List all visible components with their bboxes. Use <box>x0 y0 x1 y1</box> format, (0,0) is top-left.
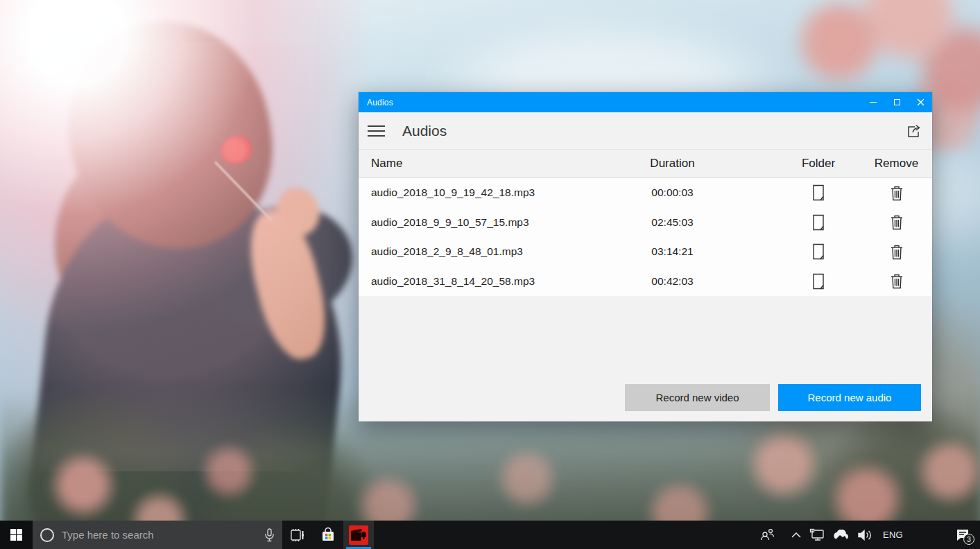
close-icon <box>917 98 925 106</box>
cortana-icon[interactable] <box>40 528 54 542</box>
maximize-button[interactable] <box>885 92 909 112</box>
network-display-icon <box>809 528 825 541</box>
chevron-up-icon <box>791 532 801 538</box>
table-row[interactable]: audio_2018_10_9_19_42_18.mp3 00:00:03 <box>359 178 932 208</box>
notification-badge: 3 <box>963 534 974 545</box>
record-new-audio-button[interactable]: Record new audio <box>778 384 921 411</box>
trash-icon <box>890 185 904 201</box>
record-new-video-button[interactable]: Record new video <box>625 384 770 411</box>
minimize-icon <box>870 102 877 103</box>
remove-button[interactable] <box>870 185 922 201</box>
window-titlebar[interactable]: Audios <box>359 92 932 112</box>
trash-icon <box>890 214 904 230</box>
network-button[interactable] <box>805 521 829 549</box>
audio-duration: 00:00:03 <box>619 186 726 199</box>
people-button[interactable] <box>756 521 779 549</box>
table-row[interactable]: audio_2018_31_8_14_20_58.mp3 00:42:03 <box>359 267 932 297</box>
search-input[interactable]: Type here to search <box>54 529 265 541</box>
remove-button[interactable] <box>870 214 922 230</box>
audio-name: audio_2018_9_9_10_57_15.mp3 <box>359 216 619 229</box>
trash-icon <box>890 273 904 289</box>
remove-button[interactable] <box>870 244 922 260</box>
onedrive-icon <box>833 530 849 540</box>
audio-duration: 00:42:03 <box>619 275 726 288</box>
audio-duration: 03:14:21 <box>619 245 726 258</box>
menu-icon <box>368 125 385 127</box>
open-folder-button[interactable] <box>766 184 870 201</box>
onedrive-button[interactable] <box>829 521 853 549</box>
people-icon <box>760 528 775 541</box>
taskbar: Type here to search <box>0 521 980 549</box>
woman-figure <box>28 0 388 549</box>
audio-name: audio_2018_31_8_14_20_58.mp3 <box>359 275 619 288</box>
column-header-duration: Duration <box>619 157 726 171</box>
document-icon <box>811 273 825 290</box>
microphone-icon <box>265 528 274 542</box>
window-footer: Record new video Record new audio <box>359 296 932 421</box>
minimize-button[interactable] <box>861 92 885 112</box>
store-button[interactable] <box>313 521 343 549</box>
table-header: Name Duration Folder Remove <box>359 149 932 178</box>
open-folder-button[interactable] <box>766 243 870 260</box>
column-header-name: Name <box>359 157 619 171</box>
volume-button[interactable] <box>853 521 877 549</box>
audio-name: audio_2018_2_9_8_48_01.mp3 <box>359 245 619 258</box>
audio-name: audio_2018_10_9_19_42_18.mp3 <box>359 186 619 199</box>
store-icon <box>320 528 336 543</box>
window-title: Audios <box>359 98 861 107</box>
document-icon <box>811 214 825 231</box>
close-button[interactable] <box>909 92 932 112</box>
menu-button[interactable] <box>359 112 393 149</box>
column-header-folder: Folder <box>766 157 870 171</box>
open-folder-button[interactable] <box>766 273 870 290</box>
task-view-button[interactable] <box>282 521 313 549</box>
system-tray: ENG 3 <box>756 521 980 549</box>
action-center-button[interactable]: 3 <box>949 521 980 549</box>
microphone-button[interactable] <box>265 528 274 542</box>
column-header-remove: Remove <box>870 157 922 171</box>
page-title: Audios <box>393 123 896 139</box>
table-row[interactable]: audio_2018_2_9_8_48_01.mp3 03:14:21 <box>359 237 932 267</box>
document-icon <box>811 184 825 201</box>
recorder-app-icon <box>349 525 368 545</box>
tray-overflow-button[interactable] <box>787 521 805 549</box>
search-box[interactable]: Type here to search <box>33 521 282 549</box>
app-header: Audios <box>359 112 932 149</box>
document-icon <box>811 243 825 260</box>
trash-icon <box>890 244 904 260</box>
audio-list: audio_2018_10_9_19_42_18.mp3 00:00:03 au… <box>359 178 932 296</box>
start-icon <box>10 529 22 541</box>
remove-button[interactable] <box>870 273 922 289</box>
audio-duration: 02:45:03 <box>619 216 726 229</box>
share-button[interactable] <box>896 112 932 149</box>
share-icon <box>906 123 922 139</box>
start-button[interactable] <box>0 521 33 549</box>
volume-icon <box>857 529 872 541</box>
maximize-icon <box>894 99 900 105</box>
recorder-app-button[interactable] <box>343 521 374 549</box>
audios-app-window: Audios Audios Name Duration Folder Remov… <box>359 92 932 421</box>
task-view-icon <box>290 528 305 542</box>
table-row[interactable]: audio_2018_9_9_10_57_15.mp3 02:45:03 <box>359 208 932 238</box>
open-folder-button[interactable] <box>766 214 870 231</box>
language-indicator[interactable]: ENG <box>877 521 909 549</box>
